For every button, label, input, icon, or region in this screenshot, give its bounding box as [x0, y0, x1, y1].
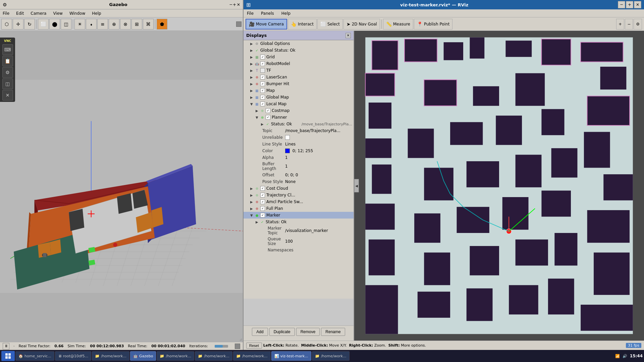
gz-menu-window[interactable]: Window — [68, 10, 87, 16]
rviz-win-controls[interactable]: ─ + ✕ — [618, 1, 641, 8]
display-item-amcl[interactable]: ⊕ ✓ Amcl Particle Sw... — [244, 198, 354, 205]
vnc-btn-5[interactable]: ✕ — [2, 90, 13, 101]
display-item-local-map[interactable]: ▦ ✓ Local Map — [244, 101, 354, 107]
gz-tool-lines[interactable]: ≡ — [97, 19, 108, 29]
taskbar-rviz[interactable]: 📊 viz-test-mark... — [271, 351, 311, 361]
trajectory-check[interactable]: ✓ — [260, 193, 265, 197]
planner-check[interactable]: ✓ — [266, 115, 270, 120]
gz-tool-rotate[interactable]: ↻ — [24, 19, 35, 29]
robotmodel-check[interactable]: ✓ — [260, 61, 265, 66]
prop-color-value[interactable]: 0; 12; 255 — [285, 148, 352, 154]
gazebo-close-btn[interactable]: ✕ — [237, 2, 240, 7]
display-item-planner[interactable]: ⊕ ✓ Planner — [244, 114, 354, 121]
globalmap-check[interactable]: ✓ — [260, 95, 265, 100]
rviz-minimize-btn[interactable]: ─ — [618, 1, 625, 8]
costmap-check[interactable]: ✓ — [266, 108, 270, 113]
gazebo-win-controls[interactable]: ─ + ✕ — [230, 2, 240, 7]
display-item-tf[interactable]: T TF — [244, 67, 354, 74]
prop-queuesize-value[interactable]: 100 — [285, 239, 352, 244]
display-item-marker[interactable]: ● ✓ Marker — [244, 212, 354, 219]
marker-check[interactable]: ✓ — [260, 213, 265, 218]
taskbar-home-service[interactable]: 🏠 home_servic... — [15, 351, 54, 361]
fullplan-check[interactable]: ✓ — [260, 206, 265, 211]
display-item-trajectory[interactable]: ⊕ ✓ Trajectory Cl... — [244, 192, 354, 198]
gazebo-pause-btn[interactable]: ⏸ — [3, 343, 9, 350]
rv-tool-select[interactable]: ⬜ Select — [317, 19, 343, 29]
gz-menu-help[interactable]: Help — [91, 10, 102, 16]
gz-tool-translate[interactable]: ✛ — [13, 19, 23, 29]
gz-tool-paint[interactable]: ⬟ — [157, 19, 167, 29]
gz-menu-file[interactable]: File — [1, 10, 11, 16]
prop-markertopic-value[interactable]: /visualization_marker — [285, 228, 352, 233]
rv-zoom-out-btn[interactable]: − — [625, 19, 633, 29]
prop-linestyle-value[interactable]: Lines — [285, 142, 352, 146]
display-item-marker-status[interactable]: ✓ Status: Ok — [244, 219, 354, 225]
taskbar-home-work2[interactable]: 📁 /home/work... — [157, 351, 194, 361]
rv-tool-publish-point[interactable]: 📍 Publish Point — [414, 19, 452, 29]
gz-tool-sphere[interactable]: ⬤ — [49, 19, 60, 29]
gz-tool-box[interactable]: ⬜ — [38, 19, 49, 29]
bumperhit-check[interactable]: ✓ — [260, 81, 265, 86]
display-item-global-options[interactable]: ⚙ Global Options — [244, 40, 354, 47]
map-check[interactable]: ✓ — [260, 88, 265, 93]
display-item-map[interactable]: ▦ ✓ Map — [244, 87, 354, 94]
rviz-maximize-btn[interactable]: + — [626, 1, 633, 8]
rviz-map-view[interactable]: ◀ — [354, 31, 644, 341]
display-item-grid[interactable]: ▦ ✓ Grid — [244, 54, 354, 60]
amcl-check[interactable]: ✓ — [260, 199, 265, 204]
displays-close-btn[interactable]: ✕ — [345, 33, 351, 38]
gz-menu-edit[interactable]: Edit — [15, 10, 25, 16]
viewport-resize[interactable]: ⊿ — [239, 338, 242, 341]
gz-menu-camera[interactable]: Camera — [29, 10, 48, 16]
gz-tool-extra[interactable] — [236, 21, 241, 27]
rv-tool-move-camera[interactable]: 🎥 Move Camera — [246, 19, 287, 29]
taskbar-home-work3[interactable]: 📁 /home/work... — [195, 351, 232, 361]
prop-offset-value[interactable]: 0; 0; 0 — [285, 173, 352, 177]
remove-display-btn[interactable]: Remove — [296, 328, 320, 336]
costcloud-check[interactable]: ✓ — [260, 186, 265, 191]
rv-tool-measure[interactable]: 📏 Measure — [383, 19, 413, 29]
prop-unreliable-check[interactable] — [285, 135, 290, 140]
gz-tool-cylinder[interactable]: ◫ — [61, 19, 71, 29]
display-item-costcloud[interactable]: ⊕ ✓ Cost Cloud — [244, 185, 354, 192]
gz-tool-magnet[interactable]: ⌘ — [143, 19, 154, 29]
vnc-btn-2[interactable]: 📋 — [2, 56, 13, 66]
localmap-check[interactable]: ✓ — [260, 102, 265, 106]
gazebo-viewport[interactable]: VNC ⌨ 📋 ⚙ ◫ ✕ ⊿ — [0, 31, 243, 342]
vnc-btn-1[interactable]: ⌨ — [2, 44, 13, 55]
taskbar-home-work4[interactable]: 📁 /home/work... — [233, 351, 271, 361]
gz-tool-sun[interactable]: ☀ — [74, 19, 85, 29]
gz-tool-snap[interactable]: ⊞ — [131, 19, 142, 29]
grid-check[interactable]: ✓ — [260, 55, 265, 59]
display-item-bumper-hit[interactable]: ⊗ ✓ Bumper Hit — [244, 80, 354, 87]
rviz-reset-btn[interactable]: Reset — [246, 343, 262, 349]
displays-list[interactable]: ⚙ Global Options ✓ Global Status: Ok — [244, 40, 354, 299]
display-item-robotmodel[interactable]: 🤖 ✓ RobotModel — [244, 60, 354, 67]
gz-tool-a[interactable]: ⊕ — [109, 19, 119, 29]
panel-collapse-btn[interactable]: ◀ — [354, 179, 359, 192]
prop-alpha-value[interactable]: 1 — [285, 155, 352, 160]
display-item-global-map[interactable]: ▦ ✓ Global Map — [244, 94, 354, 101]
rv-tool-nav-goal[interactable]: ➤ 2D Nav Goal — [343, 19, 380, 29]
add-display-btn[interactable]: Add — [252, 328, 268, 336]
display-item-costmap[interactable]: ⊕ ✓ Costmap — [244, 107, 354, 114]
rv-zoom-in-btn[interactable]: + — [616, 19, 624, 29]
duplicate-display-btn[interactable]: Duplicate — [269, 328, 295, 336]
display-item-laserscan[interactable]: ⊕ ✓ LaserScan — [244, 74, 354, 80]
gz-tool-cursor[interactable]: ⬡ — [1, 19, 12, 29]
rename-display-btn[interactable]: Rename — [321, 328, 345, 336]
prop-bufferlength-value[interactable]: 1 — [285, 164, 352, 169]
vnc-btn-4[interactable]: ◫ — [2, 78, 13, 89]
gz-tool-b[interactable]: ⊗ — [120, 19, 131, 29]
gz-menu-view[interactable]: View — [52, 10, 64, 16]
color-swatch[interactable] — [285, 148, 290, 153]
display-item-fullplan[interactable]: ⊕ ✓ Full Plan — [244, 205, 354, 212]
gazebo-maximize-btn[interactable]: + — [233, 2, 236, 7]
rv-menu-panels[interactable]: Panels — [259, 10, 276, 16]
taskbar-gazebo[interactable]: 🤖 Gazebo — [130, 351, 156, 361]
prop-posestyle-value[interactable]: None — [285, 179, 352, 184]
taskbar-start-btn[interactable] — [1, 351, 15, 361]
taskbar-home-work1[interactable]: 📁 /home/work... — [92, 351, 129, 361]
vnc-btn-3[interactable]: ⚙ — [2, 67, 13, 78]
laserscan-check[interactable]: ✓ — [260, 75, 265, 79]
